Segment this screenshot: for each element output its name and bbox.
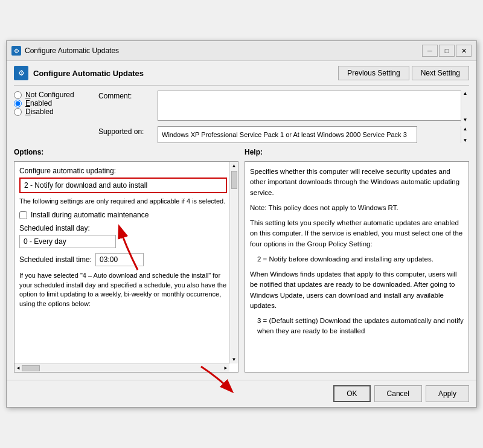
schedule-time-label: Scheduled install time: — [19, 255, 92, 264]
options-label: Options: — [14, 148, 43, 156]
options-scroll-down[interactable]: ▼ — [231, 356, 238, 363]
content-area: ⚙ Configure Automatic Updates Previous S… — [7, 61, 476, 377]
main-window: ⚙ Configure Automatic Updates ─ □ ✕ ⚙ Co… — [6, 40, 477, 408]
supported-group: Supported on: Windows XP Professional Se… — [98, 126, 469, 143]
disabled-row: Disabled — [14, 107, 98, 116]
maintenance-label: Install during automatic maintenance — [31, 211, 149, 219]
maximize-button[interactable]: □ — [439, 45, 455, 57]
header-icon: ⚙ — [14, 66, 28, 80]
minimize-button[interactable]: ─ — [422, 45, 438, 57]
supported-wrapper: Windows XP Professional Service Pack 1 o… — [158, 126, 469, 143]
help-para-4: 2 = Notify before downloading and instal… — [250, 254, 464, 264]
window-controls: ─ □ ✕ — [422, 45, 472, 57]
comment-textarea[interactable] — [158, 91, 469, 121]
options-vscrollbar: ▲ ▼ — [229, 162, 238, 363]
title-bar-left: ⚙ Configure Automatic Updates — [11, 46, 119, 56]
disabled-label: Disabled — [25, 107, 54, 116]
scroll-down-arrow[interactable]: ▼ — [463, 117, 468, 123]
options-label-wrapper: Options: — [14, 148, 238, 156]
header-buttons: Previous Setting Next Setting — [338, 66, 469, 80]
apply-button[interactable]: Apply — [426, 385, 469, 402]
time-input[interactable]: 03:00 04:00 05:00 — [95, 253, 144, 266]
title-bar-text: Configure Automatic Updates — [25, 46, 119, 55]
supported-label: Supported on: — [98, 126, 153, 136]
options-box: Configure automatic updating: 2 - Notify… — [14, 161, 238, 373]
comment-group: Comment: ▲ ▼ — [98, 91, 469, 123]
time-row: Scheduled install time: 03:00 04:00 05:0… — [19, 253, 227, 266]
configure-label: Configure automatic updating: — [19, 167, 227, 175]
window-icon: ⚙ — [11, 46, 21, 56]
disabled-radio[interactable] — [14, 108, 22, 116]
comment-label: Comment: — [98, 91, 153, 100]
cancel-button[interactable]: Cancel — [374, 385, 422, 402]
help-box: Specifies whether this computer will rec… — [245, 161, 469, 373]
auto-update-dropdown[interactable]: 2 - Notify for download and auto install… — [19, 178, 227, 193]
help-para-6: 3 = (Default setting) Download the updat… — [250, 316, 464, 337]
maintenance-checkbox[interactable] — [19, 211, 27, 219]
options-inner: Configure automatic updating: 2 - Notify… — [14, 162, 238, 372]
help-label: Help: — [245, 148, 263, 156]
maintenance-checkbox-row: Install during automatic maintenance — [19, 211, 227, 219]
long-note: If you have selected "4 – Auto download … — [19, 271, 227, 309]
supported-box: Windows XP Professional Service Pack 1 o… — [158, 126, 417, 143]
not-configured-label: Not Configured — [25, 91, 74, 99]
help-section: Specifies whether this computer will rec… — [245, 161, 469, 373]
help-para-5: When Windows finds updates that apply to… — [250, 269, 464, 311]
schedule-day-wrapper: 0 - Every day 1 - Sunday 2 - Monday 3 - … — [19, 235, 116, 248]
options-hscroll-thumb[interactable] — [22, 365, 40, 371]
supported-scroll-up[interactable]: ▲ — [463, 126, 468, 132]
enabled-radio[interactable] — [14, 100, 22, 107]
help-para-3: This setting lets you specify whether au… — [250, 218, 464, 249]
schedule-day-label: Scheduled install day: — [19, 224, 227, 232]
header-title: Configure Automatic Updates — [33, 69, 144, 78]
top-section: Not Configured Enabled Disabled Comment: — [14, 91, 469, 143]
ok-button[interactable]: OK — [333, 385, 370, 402]
help-label-wrapper: Help: — [245, 148, 469, 156]
options-hscroll-left[interactable]: ◄ — [16, 365, 21, 371]
options-hscrollbar: ◄ ► — [14, 363, 229, 372]
header-row: ⚙ Configure Automatic Updates Previous S… — [14, 66, 469, 86]
options-section: Configure automatic updating: 2 - Notify… — [14, 161, 238, 373]
help-para-1: Specifies whether this computer will rec… — [250, 167, 464, 198]
comment-scrollbar: ▲ ▼ — [461, 91, 469, 123]
schedule-day-dropdown[interactable]: 0 - Every day 1 - Sunday 2 - Monday 3 - … — [19, 235, 116, 248]
dropdown-wrapper: 2 - Notify for download and auto install… — [19, 178, 227, 193]
options-note: The following settings are only required… — [19, 197, 227, 206]
not-configured-row: Not Configured — [14, 91, 98, 99]
help-para-2: Note: This policy does not apply to Wind… — [250, 203, 464, 213]
options-scroll-up[interactable]: ▲ — [231, 162, 238, 170]
comment-wrapper: ▲ ▼ — [158, 91, 469, 123]
scroll-up-arrow[interactable]: ▲ — [463, 91, 468, 96]
options-scroll-thumb[interactable] — [231, 171, 237, 189]
bottom-bar: OK Cancel Apply — [7, 380, 476, 407]
title-bar: ⚙ Configure Automatic Updates ─ □ ✕ — [7, 41, 476, 61]
time-input-wrapper: 03:00 04:00 05:00 — [95, 253, 144, 266]
supported-scroll-down[interactable]: ▼ — [463, 138, 468, 143]
comment-supported-section: Comment: ▲ ▼ Supported on: Windows XP Pr… — [98, 91, 469, 143]
not-configured-radio[interactable] — [14, 91, 22, 99]
sections-row: Configure automatic updating: 2 - Notify… — [14, 161, 469, 373]
close-button[interactable]: ✕ — [456, 45, 472, 57]
enabled-row: Enabled — [14, 99, 98, 107]
next-setting-button[interactable]: Next Setting — [412, 66, 469, 80]
radio-section: Not Configured Enabled Disabled — [14, 91, 98, 143]
enabled-label: Enabled — [25, 99, 52, 107]
previous-setting-button[interactable]: Previous Setting — [338, 66, 409, 80]
header-left: ⚙ Configure Automatic Updates — [14, 66, 144, 80]
supported-text: Windows XP Professional Service Pack 1 o… — [162, 131, 407, 138]
section-labels: Options: Help: — [14, 148, 469, 156]
supported-scrollbar: ▲ ▼ — [461, 126, 469, 143]
options-hscroll-right[interactable]: ► — [223, 365, 228, 371]
